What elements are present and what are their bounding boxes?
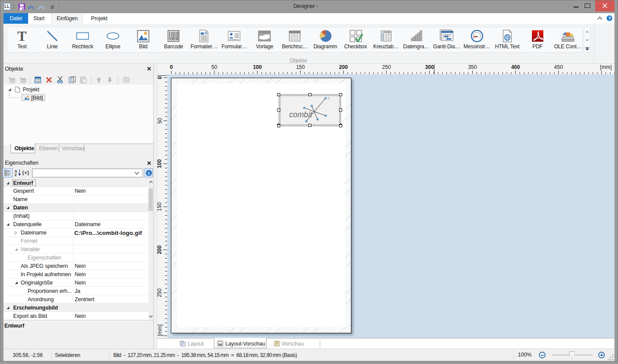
- svg-text:250: 250: [157, 288, 163, 297]
- svg-text:50: 50: [211, 64, 217, 70]
- svg-text:150: 150: [157, 202, 163, 211]
- svg-text:Z: Z: [14, 173, 17, 177]
- svg-text:50: 50: [157, 118, 163, 124]
- svg-text:350: 350: [468, 64, 477, 70]
- svg-text:150: 150: [296, 64, 305, 70]
- svg-text:300: 300: [425, 64, 434, 70]
- svg-text:450: 450: [554, 64, 563, 70]
- svg-text:®: ®: [327, 97, 330, 100]
- svg-text:T: T: [17, 29, 26, 43]
- svg-text:100: 100: [157, 159, 163, 168]
- svg-text:400: 400: [511, 64, 520, 70]
- svg-text:[mm]: [mm]: [157, 324, 163, 336]
- svg-text:combit: combit: [289, 110, 312, 119]
- svg-text:100: 100: [253, 64, 262, 70]
- svg-text:[mm]: [mm]: [600, 64, 612, 70]
- svg-text:0: 0: [170, 64, 173, 70]
- svg-text:200: 200: [157, 245, 163, 254]
- svg-text:0: 0: [157, 76, 163, 79]
- svg-text:250: 250: [382, 64, 391, 70]
- svg-text:200: 200: [339, 64, 348, 70]
